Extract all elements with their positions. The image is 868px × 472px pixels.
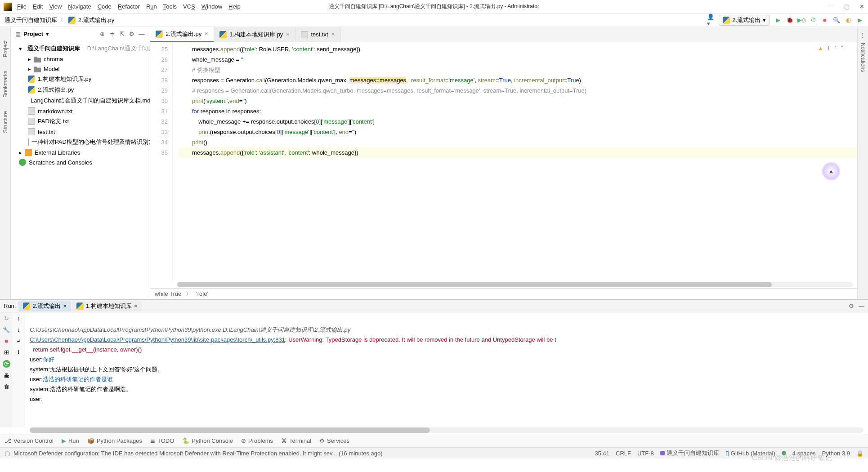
editor-h-scrollbar[interactable]	[177, 282, 853, 287]
bottom-tool-python-console[interactable]: 🐍Python Console	[182, 437, 233, 444]
restart-button[interactable]: ⟳	[3, 360, 10, 368]
maximize-icon[interactable]: ▢	[844, 3, 850, 10]
tree-item[interactable]: markdown.txt	[11, 106, 150, 116]
scroll-to-end-button[interactable]: ⤓	[16, 349, 21, 356]
modify-run-config-button[interactable]: 🔧	[3, 326, 10, 333]
project-indicator[interactable]: 通义千问自建知识库	[660, 449, 719, 457]
menu-navigate[interactable]: Navigate	[68, 3, 91, 10]
bottom-tool-terminal[interactable]: ⌘Terminal	[281, 437, 311, 444]
structure-tool-tab[interactable]: Structure	[2, 111, 9, 133]
menu-tools[interactable]: Tools	[163, 3, 177, 10]
breadcrumb-file[interactable]: 2.流式输出.py	[78, 16, 114, 24]
close-tab-icon[interactable]: ×	[63, 303, 67, 309]
menu-refactor[interactable]: Refactor	[118, 3, 140, 10]
tree-item[interactable]: PAD论文.txt	[11, 116, 150, 127]
profile-button[interactable]: ⏱	[810, 17, 817, 24]
interpreter-widget[interactable]: Python 3.9	[822, 450, 850, 457]
soft-wrap-button[interactable]: ⤶	[16, 338, 21, 344]
expand-all-icon[interactable]: ≑	[108, 31, 116, 38]
chevron-down-icon[interactable]: ▾	[46, 31, 49, 37]
close-tab-icon[interactable]: ✕	[286, 31, 290, 37]
bottom-tool-version-control[interactable]: ⎇Version Control	[4, 437, 54, 444]
chevron-up-icon[interactable]: ˄	[834, 45, 837, 52]
close-tab-icon[interactable]: ✕	[204, 31, 208, 37]
scratches[interactable]: Scratches and Consoles	[11, 157, 150, 167]
stop-button[interactable]: ■	[4, 338, 8, 344]
menu-help[interactable]: Help	[228, 3, 241, 10]
settings-icon[interactable]: ⚙	[128, 31, 135, 38]
print-button[interactable]: 🖶	[4, 372, 9, 379]
editor-tab[interactable]: test.txt✕	[295, 27, 340, 42]
settings-icon[interactable]: ⚙	[849, 303, 854, 309]
tree-item[interactable]: 一种针对PAD模型的心电信号处理及情绪识别方法	[11, 137, 150, 147]
menu-vcs[interactable]: VCS	[183, 3, 195, 10]
editor-tab[interactable]: 2.流式输出.py✕	[150, 27, 214, 42]
bookmarks-tool-tab[interactable]: Bookmarks	[2, 71, 9, 98]
lock-icon[interactable]: 🔒	[856, 450, 864, 457]
project-tree[interactable]: ▾ 通义千问自建知识库 D:\LangChain\通义千问自建知识库 ▸chro…	[11, 41, 150, 299]
menu-run[interactable]: Run	[146, 3, 157, 10]
down-button[interactable]: ↓	[17, 326, 20, 333]
minimize-icon[interactable]: —	[828, 3, 834, 10]
console-h-scrollbar[interactable]	[30, 427, 430, 433]
run-button[interactable]: ▶	[774, 17, 782, 24]
caret-position[interactable]: 35:41	[595, 450, 609, 457]
console-output[interactable]: C:\Users\Chenhao\AppData\Local\Programs\…	[25, 312, 868, 427]
notifications-tool-tab[interactable]: Notifications	[860, 43, 866, 72]
tree-item[interactable]: 2.流式输出.py	[11, 85, 150, 95]
select-opened-file-icon[interactable]: ⊕	[98, 31, 106, 38]
bottom-tool-problems[interactable]: ⊘Problems	[241, 437, 273, 444]
ai-assistant-badge[interactable]: ⟁	[822, 162, 840, 180]
more-icon[interactable]: ⋮	[860, 31, 866, 38]
crumb-1[interactable]: 'role'	[196, 290, 208, 297]
tree-root[interactable]: ▾ 通义千问自建知识库 D:\LangChain\通义千问自建知识库	[11, 43, 150, 54]
menu-code[interactable]: Code	[98, 3, 112, 10]
search-icon[interactable]: 🔍	[833, 17, 840, 24]
file-encoding[interactable]: UTF-8	[637, 450, 654, 457]
up-button[interactable]: ↑	[17, 315, 20, 322]
user-icon[interactable]: 👤▾	[707, 17, 714, 24]
indent-widget[interactable]: 4 spaces	[792, 450, 816, 457]
line-separator[interactable]: CRLF	[616, 450, 631, 457]
tree-item[interactable]: LangChain结合通义千问的自建知识库文档.md	[11, 95, 150, 106]
external-libraries[interactable]: ▸ External Libraries	[11, 147, 150, 157]
breadcrumb[interactable]: 通义千问自建知识库 〉 2.流式输出.py	[4, 16, 114, 24]
run-tab[interactable]: 1.构建本地知识库×	[72, 301, 142, 312]
bottom-tool-todo[interactable]: ≣TODO	[150, 437, 174, 444]
code-editor[interactable]: messages.append({'role': Role.USER, 'con…	[173, 42, 857, 282]
hide-icon[interactable]: —	[859, 303, 864, 309]
collapse-all-icon[interactable]: ⇱	[118, 31, 125, 38]
layout-button[interactable]: ⊞	[4, 349, 9, 356]
codegeex-icon[interactable]: ◐	[845, 17, 852, 24]
project-tool-tab[interactable]: Project	[2, 40, 9, 57]
menu-window[interactable]: Window	[201, 3, 222, 10]
hide-icon[interactable]: —	[138, 31, 145, 38]
line-gutter[interactable]: 2526272829303132333435	[150, 42, 173, 282]
close-tab-icon[interactable]: ✕	[331, 31, 335, 37]
run-config-selector[interactable]: 2.流式输出 ▾	[719, 15, 770, 26]
chevron-down-icon[interactable]: ˅	[841, 45, 844, 52]
structure-breadcrumb[interactable]: while True 〉 'role'	[150, 288, 857, 299]
crumb-0[interactable]: while True	[155, 290, 181, 297]
breadcrumb-root[interactable]: 通义千问自建知识库	[4, 16, 57, 24]
editor-tab[interactable]: 1.构建本地知识库.py✕	[214, 27, 295, 42]
status-message[interactable]: Microsoft Defender configuration: The ID…	[13, 450, 383, 457]
coverage-button[interactable]: ▶⎙	[798, 17, 805, 24]
tree-item[interactable]: ▸chroma	[11, 54, 150, 64]
tree-item[interactable]: ▸Model	[11, 64, 150, 74]
run-anything-icon[interactable]: ▶	[856, 17, 864, 24]
git-status-dot[interactable]	[782, 451, 786, 455]
tree-item[interactable]: test.txt	[11, 127, 150, 137]
status-icon[interactable]: ▢	[4, 450, 10, 457]
debug-button[interactable]: 🐞	[786, 17, 793, 24]
menu-view[interactable]: View	[49, 3, 62, 10]
close-tab-icon[interactable]: ×	[134, 303, 138, 309]
bottom-tool-python-packages[interactable]: 📦Python Packages	[87, 437, 142, 444]
bottom-tool-run[interactable]: ▶Run	[62, 437, 79, 444]
delete-button[interactable]: 🗑	[4, 383, 9, 390]
close-icon[interactable]: ✕	[859, 3, 864, 10]
git-widget[interactable]: ᛖGitHub (Material)	[725, 450, 775, 457]
bottom-tool-services[interactable]: ⚙Services	[319, 437, 349, 444]
inspection-widget[interactable]: ▲ 1 ˄ ˅	[818, 45, 844, 52]
stop-button[interactable]: ■	[821, 17, 828, 24]
